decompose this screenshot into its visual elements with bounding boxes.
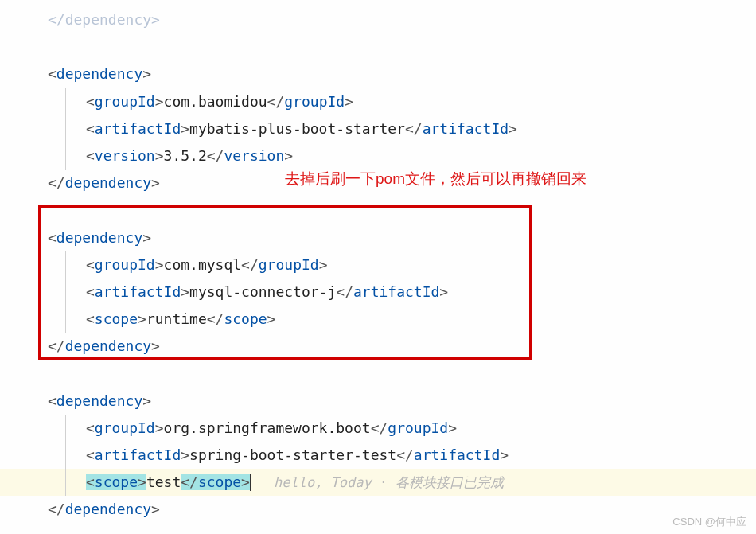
blank-line — [0, 197, 756, 224]
blank-line — [0, 33, 756, 60]
code-line: <dependency> — [0, 60, 756, 88]
inline-hint: hello, Today·各模块接口已完成 — [274, 474, 504, 490]
text-cursor — [250, 474, 251, 491]
code-line: <groupId>com.mysql</groupId> — [0, 251, 756, 279]
blank-line — [0, 360, 756, 387]
code-line: <scope>runtime</scope> — [0, 306, 756, 333]
code-line: <groupId>org.springframework.boot</group… — [0, 415, 756, 442]
watermark: CSDN @何中应 — [672, 515, 746, 529]
code-editor[interactable]: </dependency> <dependency> <groupId>com.… — [0, 0, 756, 530]
code-line: </dependency> — [0, 333, 756, 360]
code-line: <version>3.5.2</version> — [0, 142, 756, 170]
annotation-text: 去掉后刷一下pom文件，然后可以再撤销回来 — [285, 169, 586, 189]
code-line: <artifactId>spring-boot-starter-test</ar… — [0, 442, 756, 469]
code-line: </dependency> — [0, 6, 756, 33]
code-line: <dependency> — [0, 388, 756, 415]
code-line: <artifactId>mysql-connector-j</artifactI… — [0, 279, 756, 306]
code-line: <dependency> — [0, 224, 756, 251]
code-line: </dependency> — [0, 496, 756, 523]
code-line: <groupId>com.baomidou</groupId> — [0, 88, 756, 115]
code-line: <artifactId>mybatis-plus-boot-starter</a… — [0, 115, 756, 142]
highlighted-code-line: <scope>test</scope>hello, Today·各模块接口已完成 — [0, 469, 756, 496]
